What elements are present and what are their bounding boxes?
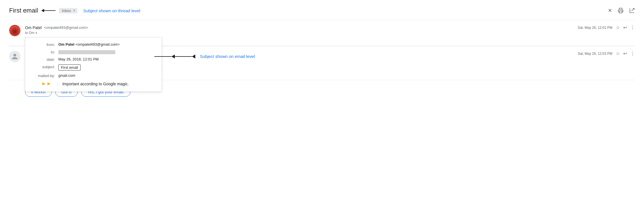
mailed-by-value: gmail.com <box>58 73 155 78</box>
popout-button[interactable] <box>629 8 635 13</box>
svg-line-1 <box>631 9 634 11</box>
detail-row-subject: subject: First email <box>32 64 155 70</box>
thread-annotation-label: Subject shown on thread level <box>83 8 140 13</box>
inbox-label: Inbox <box>62 9 71 13</box>
important-icon: ►► <box>41 81 52 86</box>
to-value <box>58 50 155 54</box>
email-details-popup: from: Om Patel <ompatel493@gmail.com> to… <box>25 37 162 92</box>
avatar-1 <box>9 25 20 36</box>
timestamp-1: Sat, May 26, 12:01 PM <box>578 26 612 30</box>
thread-title-area: First email Inbox × Subject shown on thr… <box>9 7 140 14</box>
thread-annotation-arrow <box>41 9 56 12</box>
star-button-2[interactable]: ☆ <box>616 51 620 56</box>
email-message-1: Om Patel <ompatel493@gmail.com> Sat, May… <box>9 20 635 46</box>
thread-header: First email Inbox × Subject shown on thr… <box>9 5 635 14</box>
from-value: Om Patel <ompatel493@gmail.com> <box>58 42 155 47</box>
subject-value: First email <box>58 64 155 70</box>
timestamp-2: Sat, May 26, 12:03 PM <box>578 52 612 56</box>
more-button-2[interactable]: ⋮ <box>630 51 635 56</box>
email-right-actions-1: Sat, May 26, 12:01 PM ☆ ↩ ⋮ <box>578 25 635 30</box>
avatar-2 <box>9 51 20 62</box>
important-icon-area: ►► <box>32 81 55 87</box>
to-label: to: <box>32 50 55 54</box>
sender-row-1: Om Patel <ompatel493@gmail.com> Sat, May… <box>25 25 635 30</box>
email-annotation-label: Subject shown on email level <box>200 54 255 59</box>
more-button-1[interactable]: ⋮ <box>630 25 635 30</box>
detail-row-from: from: Om Patel <ompatel493@gmail.com> <box>32 42 155 47</box>
important-text: Important according to Google magic. <box>62 82 155 86</box>
svg-rect-0 <box>619 11 622 13</box>
subject-box: First email <box>58 64 81 70</box>
sender-name-1: Om Patel <box>25 25 42 30</box>
subject-label: subject: <box>32 64 55 69</box>
important-row: ►► : Important according to Google magic… <box>32 81 155 87</box>
important-colon: : <box>57 82 58 86</box>
thread-title: First email <box>9 7 38 14</box>
date-value: May 26, 2018, 12:01 PM <box>58 57 155 61</box>
detail-row-mailed-by: mailed-by: gmail.com <box>32 73 155 78</box>
arrow-tip-left-icon <box>41 9 44 12</box>
date-label: date: <box>32 57 55 62</box>
email-annotation-container: Subject shown on email level <box>154 54 255 59</box>
inbox-badge[interactable]: Inbox × <box>59 8 77 13</box>
to-blurred-text <box>58 50 115 54</box>
to-line-1: to Om ▾ <box>25 31 635 35</box>
inbox-close-icon[interactable]: × <box>73 9 75 13</box>
email-thread-container: First email Inbox × Subject shown on thr… <box>0 0 644 101</box>
annotation-arrow-tip <box>171 54 175 58</box>
print-button[interactable] <box>618 8 624 13</box>
reply-button-1[interactable]: ↩ <box>623 25 627 30</box>
detail-row-date: date: May 26, 2018, 12:01 PM <box>32 57 155 62</box>
annotation-arrowtip2 <box>192 54 195 58</box>
star-button-1[interactable]: ☆ <box>616 25 620 30</box>
email-right-actions-2: Sat, May 26, 12:03 PM ☆ ↩ ⋮ <box>578 51 635 56</box>
thread-actions: ✕ <box>608 7 635 14</box>
detail-row-to: to: <box>32 50 155 54</box>
from-name: Om Patel <box>58 42 74 47</box>
sender-email-1: <ompatel493@gmail.com> <box>44 25 88 30</box>
avatar-rose-image <box>9 25 20 36</box>
annotation-arrow-line <box>154 56 171 57</box>
from-email: <ompatel493@gmail.com> <box>75 42 120 47</box>
mailed-by-label: mailed-by: <box>32 73 55 78</box>
annotation-arrow-line2 <box>175 56 192 57</box>
arrow-line <box>44 10 56 11</box>
reply-button-2[interactable]: ↩ <box>623 51 627 56</box>
close-button[interactable]: ✕ <box>608 7 612 14</box>
sender-info-1: Om Patel <ompatel493@gmail.com> <box>25 25 88 30</box>
from-label: from: <box>32 42 55 47</box>
to-dropdown-1[interactable]: ▾ <box>36 31 37 35</box>
to-prefix: to Om <box>25 31 34 35</box>
